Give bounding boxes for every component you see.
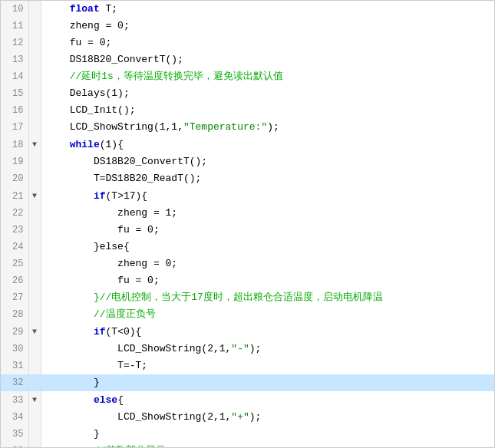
code-line: float T; xyxy=(41,1,494,18)
keyword: while xyxy=(70,139,100,150)
fold-indicator xyxy=(28,374,41,391)
line-number: 28 xyxy=(1,306,28,323)
table-row: 18▼ while(1){ xyxy=(1,136,494,153)
table-row: 19 DS18B20_ConvertT(); xyxy=(1,153,494,170)
table-row: 29▼ if(T<0){ xyxy=(1,323,494,341)
fold-indicator xyxy=(28,18,41,35)
brace: } xyxy=(46,377,100,388)
comment: }//电机控制，当大于17度时，超出粮仓合适温度，启动电机降温 xyxy=(46,292,383,303)
code-line: Delays(1); xyxy=(41,85,494,102)
code-line: fu = 0; xyxy=(41,222,494,239)
table-row: 21▼ if(T>17){ xyxy=(1,187,494,205)
line-number: 29 xyxy=(1,323,28,341)
fold-indicator xyxy=(28,341,41,357)
line-number: 15 xyxy=(1,85,28,102)
table-row: 33▼ else{ xyxy=(1,391,494,409)
fold-indicator[interactable]: ▼ xyxy=(28,136,41,153)
line-number: 31 xyxy=(1,357,28,374)
table-row: 35 } xyxy=(1,426,494,443)
code-line: while(1){ xyxy=(41,136,494,153)
code-line: DS18B20_ConvertT(); xyxy=(41,153,494,170)
fold-indicator xyxy=(28,409,41,426)
line-number: 10 xyxy=(1,1,28,18)
code-line: if(T<0){ xyxy=(41,323,494,341)
line-number: 23 xyxy=(1,222,28,239)
line-number: 11 xyxy=(1,18,28,35)
fold-indicator xyxy=(28,443,41,448)
fold-indicator xyxy=(28,426,41,443)
fold-indicator xyxy=(28,85,41,102)
code-editor: 10 float T;11 zheng = 0;12 fu = 0;13 DS1… xyxy=(0,0,495,448)
code-line: zheng = 0; xyxy=(41,18,494,35)
fold-indicator xyxy=(28,272,41,289)
line-number: 25 xyxy=(1,255,28,272)
string-literal: "-" xyxy=(231,343,249,354)
code-line: if(T>17){ xyxy=(41,187,494,205)
table-row: 22 zheng = 1; xyxy=(1,205,494,222)
fold-indicator xyxy=(28,239,41,255)
comment: //整数部分显示 xyxy=(46,445,166,448)
code-line: LCD_Init(); xyxy=(41,102,494,119)
code-line: }else{ xyxy=(41,239,494,255)
fold-indicator xyxy=(28,153,41,170)
code-line: DS18B20_ConvertT(); xyxy=(41,51,494,68)
collapse-icon[interactable]: ▼ xyxy=(32,140,37,149)
fold-indicator xyxy=(28,119,41,136)
fold-indicator xyxy=(28,255,41,272)
table-row: 31 T=-T; xyxy=(1,357,494,374)
line-number: 13 xyxy=(1,51,28,68)
fold-indicator[interactable]: ▼ xyxy=(28,391,41,409)
code-line: }//电机控制，当大于17度时，超出粮仓合适温度，启动电机降温 xyxy=(41,289,494,306)
fold-indicator xyxy=(28,306,41,323)
line-number: 34 xyxy=(1,409,28,426)
code-line: //整数部分显示 xyxy=(41,443,494,448)
keyword: else xyxy=(94,394,117,406)
table-row: 23 fu = 0; xyxy=(1,222,494,239)
line-number: 20 xyxy=(1,170,28,187)
fold-indicator xyxy=(28,102,41,119)
code-line: //延时1s，等待温度转换完毕，避免读出默认值 xyxy=(41,68,494,85)
table-row: 34 LCD_ShowString(2,1,"+"); xyxy=(1,409,494,426)
table-row: 32 } xyxy=(1,374,494,391)
fold-indicator xyxy=(28,35,41,51)
keyword: float xyxy=(70,3,100,15)
line-number: 33 xyxy=(1,391,28,409)
code-line: fu = 0; xyxy=(41,35,494,51)
fold-indicator[interactable]: ▼ xyxy=(28,323,41,341)
fold-indicator[interactable]: ▼ xyxy=(28,187,41,205)
table-row: 17 LCD_ShowString(1,1,"Temperature:"); xyxy=(1,119,494,136)
line-number: 24 xyxy=(1,239,28,255)
code-line: } xyxy=(41,374,494,391)
table-row: 36 //整数部分显示 xyxy=(1,443,494,448)
collapse-icon[interactable]: ▼ xyxy=(32,192,37,200)
code-line: T=DS18B20_ReadT(); xyxy=(41,170,494,187)
line-number: 21 xyxy=(1,187,28,205)
collapse-icon[interactable]: ▼ xyxy=(32,396,37,404)
table-row: 11 zheng = 0; xyxy=(1,18,494,35)
line-number: 22 xyxy=(1,205,28,222)
line-number: 26 xyxy=(1,272,28,289)
code-line: T=-T; xyxy=(41,357,494,374)
fold-indicator xyxy=(28,289,41,306)
table-row: 15 Delays(1); xyxy=(1,85,494,102)
table-row: 30 LCD_ShowString(2,1,"-"); xyxy=(1,341,494,357)
fold-indicator xyxy=(28,170,41,187)
line-number: 16 xyxy=(1,102,28,119)
code-line: LCD_ShowString(2,1,"-"); xyxy=(41,341,494,357)
code-table: 10 float T;11 zheng = 0;12 fu = 0;13 DS1… xyxy=(1,1,494,448)
table-row: 26 fu = 0; xyxy=(1,272,494,289)
string-literal: "+" xyxy=(231,411,249,423)
string-literal: "Temperature:" xyxy=(183,121,267,133)
code-line: LCD_ShowString(1,1,"Temperature:"); xyxy=(41,119,494,136)
line-number: 17 xyxy=(1,119,28,136)
table-row: 27 }//电机控制，当大于17度时，超出粮仓合适温度，启动电机降温 xyxy=(1,289,494,306)
comment: //温度正负号 xyxy=(46,308,156,320)
table-row: 12 fu = 0; xyxy=(1,35,494,51)
line-number: 19 xyxy=(1,153,28,170)
collapse-icon[interactable]: ▼ xyxy=(32,328,37,336)
code-line: } xyxy=(41,426,494,443)
fold-indicator xyxy=(28,68,41,85)
line-number: 12 xyxy=(1,35,28,51)
fold-indicator xyxy=(28,222,41,239)
table-row: 28 //温度正负号 xyxy=(1,306,494,323)
